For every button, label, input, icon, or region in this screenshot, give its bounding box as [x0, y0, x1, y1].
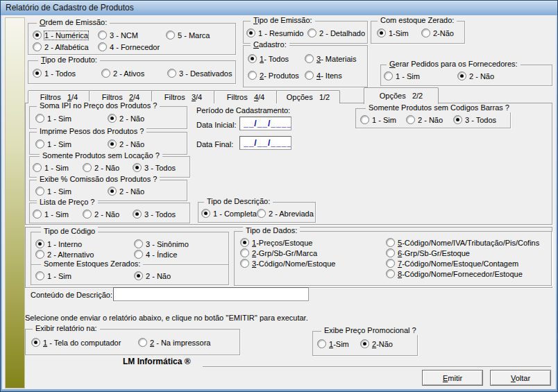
- radio-ordem-alfabetica[interactable]: 2 - Alfabética: [33, 42, 98, 51]
- radio-label: 3 - NCM: [110, 31, 138, 40]
- radio-sem-locacao-sim[interactable]: 1 - Sim: [33, 163, 83, 172]
- group-lista-preco: Lista de Preço ? 1 - Sim 2 - Não 3 - Tod…: [29, 203, 190, 223]
- radio-icon: [248, 71, 257, 80]
- group-caption: Exibir relatório na:: [33, 324, 100, 333]
- data-inicial-input[interactable]: [239, 117, 291, 130]
- radio-label: 1 - Sim: [47, 140, 71, 148]
- radio-dados-grp-sbgr-marca[interactable]: 2-Grp/Sb-Gr/Marca: [240, 248, 317, 257]
- radio-cadastro-produtos[interactable]: 2- Produtos: [248, 71, 305, 80]
- radio-cadastro-materiais[interactable]: 3- Materiais: [305, 54, 356, 63]
- radio-produto-ativos[interactable]: 2 - Ativos: [101, 69, 167, 78]
- radio-icon: [133, 163, 142, 172]
- radio-imprime-pesos-sim[interactable]: 1 - Sim: [35, 139, 108, 148]
- radio-cod-barras-nao[interactable]: 2 - Não: [406, 115, 453, 124]
- radio-exibe-comissao-nao[interactable]: 2 - Não: [108, 187, 144, 196]
- radio-row: 1 - Sim 2 - Não: [35, 114, 144, 123]
- radio-cod-barras-todos[interactable]: 3 - Todos: [453, 115, 496, 124]
- radio-row: 1 - Todos 2 - Ativos 3 - Desativados: [33, 69, 232, 78]
- radio-exibe-comissao-sim[interactable]: 1 - Sim: [35, 187, 108, 196]
- radio-estoques-zerados-sim[interactable]: 1 - Sim: [35, 271, 134, 280]
- radio-produto-desativados[interactable]: 3 - Desativados: [167, 69, 232, 78]
- radio-icon: [35, 239, 44, 248]
- radio-codigo-interno[interactable]: 1 - Interno: [35, 239, 134, 248]
- radio-icon: [457, 71, 466, 80]
- radio-sem-locacao-nao[interactable]: 2 - Não: [83, 163, 133, 172]
- radio-emissao-resumido[interactable]: 1 - Resumido: [246, 28, 307, 37]
- radio-label: 1- Todos: [260, 55, 289, 63]
- radio-soma-ipi-nao[interactable]: 2 - Não: [108, 114, 144, 123]
- radio-lista-preco-sim[interactable]: 1 - Sim: [33, 210, 83, 219]
- radio-icon: [166, 31, 175, 40]
- radio-ordem-marca[interactable]: 5 - Marca: [166, 31, 210, 40]
- radio-cod-barras-sim[interactable]: 1 - Sim: [360, 115, 406, 124]
- radio-icon: [33, 210, 42, 219]
- radio-dados-grp-sbgr-estoque[interactable]: 6-Grp/Sb-Gr/Estoque: [386, 248, 470, 257]
- group-ordem-emissao: Ordem de Emissão: 1 - Numérica 3 - NCM 5…: [28, 23, 236, 55]
- radio-icon: [360, 115, 369, 124]
- radio-label: 2 - Não: [119, 187, 144, 196]
- data-final-input[interactable]: [239, 136, 291, 150]
- radio-label: 1 - Sim: [396, 72, 420, 80]
- radio-dados-precos-estoque[interactable]: 1-Preços/Estoque: [240, 238, 312, 247]
- tab-filtros-3[interactable]: Filtros 3/4: [151, 90, 215, 103]
- radio-dados-estoque-contagem[interactable]: 7-Código/Nome/Estoque/Contagem: [386, 259, 518, 268]
- radio-promocional-sim[interactable]: 1-Sim: [317, 339, 360, 348]
- radio-exibir-impressora[interactable]: 2 - Na impressora: [138, 338, 210, 347]
- window-title: Relatório de Cadastro de Produtos: [6, 3, 134, 12]
- radio-icon: [83, 163, 92, 172]
- radio-row: 1 - Sim 2 - Não: [35, 187, 144, 196]
- radio-estoque-zerado-nao[interactable]: 2-Não: [421, 28, 454, 37]
- radio-lista-preco-todos[interactable]: 3 - Todos: [133, 210, 176, 219]
- tab-opcoes-2-selected[interactable]: Opções 2/2: [364, 87, 439, 104]
- emitir-button[interactable]: Emitir: [422, 370, 483, 386]
- radio-codigo-alternativo[interactable]: 2 - Alternativo: [35, 250, 134, 259]
- radio-imprime-pesos-nao[interactable]: 2 - Não: [108, 139, 144, 148]
- radio-codigo-sinonimo[interactable]: 3 - Sinônimo: [134, 239, 189, 248]
- radio-ordem-fornecedor[interactable]: 4 - Fornecedor: [98, 42, 160, 51]
- tab-opcoes-1[interactable]: Opções 1/2: [276, 90, 340, 103]
- group-gerar-pedidos: Gerar Pedidos para os Fornecedores: 1 - …: [380, 65, 552, 86]
- radio-dados-codigo-nome-estoque[interactable]: 3-Código/Nome/Estoque: [240, 259, 335, 268]
- conteudo-descricao-input[interactable]: [113, 287, 309, 301]
- radio-cadastro-todos[interactable]: 1- Todos: [248, 54, 305, 63]
- radio-exibir-tela[interactable]: 1 - Tela do computador: [31, 338, 138, 347]
- radio-icon: [35, 187, 44, 196]
- voltar-button[interactable]: Voltar: [490, 370, 551, 386]
- title-bar[interactable]: Relatório de Cadastro de Produtos: [1, 1, 557, 15]
- radio-label: 3 - Sinônimo: [146, 240, 189, 248]
- radio-produto-todos[interactable]: 1 - Todos: [33, 69, 101, 78]
- radio-icon: [307, 28, 316, 37]
- radio-promocional-nao[interactable]: 2-Não: [360, 339, 393, 348]
- radio-label: 3-Código/Nome/Estoque: [252, 259, 335, 268]
- radio-label: 2 - Ativos: [113, 69, 144, 78]
- radio-label: 1 - Sim: [372, 116, 396, 124]
- radio-gerar-pedidos-nao[interactable]: 2 - Não: [457, 71, 494, 80]
- radio-codigo-indice[interactable]: 4 - Índice: [134, 250, 177, 259]
- radio-icon: [317, 339, 326, 348]
- radio-estoque-zerado-sim[interactable]: 1-Sim: [377, 28, 421, 37]
- radio-dados-fornecedor-estoque[interactable]: 8-Código/Nome/Fornecedor/Estoque: [386, 269, 523, 278]
- radio-ordem-ncm[interactable]: 3 - NCM: [98, 31, 166, 40]
- radio-icon: [240, 248, 249, 257]
- radio-ordem-numerica[interactable]: 1 - Numérica: [33, 31, 98, 40]
- group-caption: Cadastro:: [251, 40, 289, 49]
- radio-descricao-completa[interactable]: 1 - Completa: [201, 209, 257, 218]
- radio-lista-preco-nao[interactable]: 2 - Não: [83, 210, 133, 219]
- radio-label: 1 - Sim: [44, 210, 69, 219]
- radio-emissao-detalhado[interactable]: 2 - Detalhado: [307, 28, 365, 37]
- radio-label: 2- Produtos: [260, 71, 299, 80]
- radio-label: 2-Não: [372, 340, 393, 348]
- radio-estoques-zerados-nao[interactable]: 2 - Não: [134, 271, 171, 280]
- radio-label: 6-Grp/Sb-Gr/Estoque: [398, 249, 470, 257]
- radio-icon: [305, 54, 314, 63]
- radio-descricao-abreviada[interactable]: 2 - Abreviada: [257, 209, 314, 218]
- radio-cadastro-itens[interactable]: 4- Itens: [305, 71, 342, 80]
- radio-soma-ipi-sim[interactable]: 1 - Sim: [35, 114, 108, 123]
- tab-filtros-4[interactable]: Filtros 4/4: [214, 90, 278, 103]
- radio-gerar-pedidos-sim[interactable]: 1 - Sim: [384, 71, 457, 80]
- radio-sem-locacao-todos[interactable]: 3 - Todos: [133, 163, 176, 172]
- radio-icon: [240, 259, 249, 268]
- radio-label: 2 - Detalhado: [319, 29, 365, 37]
- radio-dados-iva-tributacao[interactable]: 5-Código/Nome/IVA/Tributação/Pis/Cofins: [386, 238, 539, 247]
- radio-label: 1-Preços/Estoque: [252, 239, 312, 247]
